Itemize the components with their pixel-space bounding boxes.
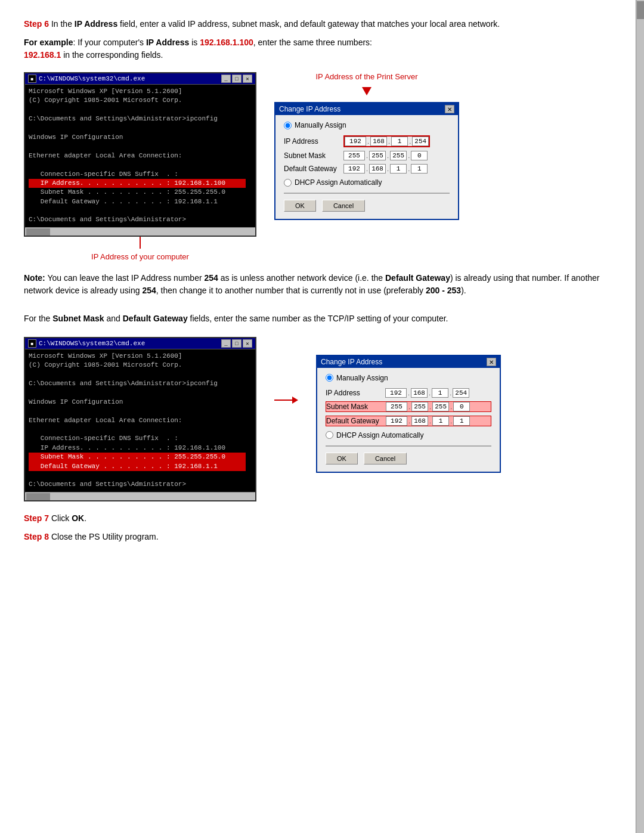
example-ip-red: 192.168.1.100	[200, 38, 253, 47]
step7-text: Click	[49, 513, 72, 523]
cmd1-minimize[interactable]: _	[221, 75, 231, 83]
dialog2: Change IP Address ✕ Manually Assign IP A…	[316, 355, 501, 473]
dialog2-gateway-row: Default Gateway . . .	[326, 416, 491, 426]
gw-field4[interactable]	[411, 164, 428, 174]
sn-field3[interactable]	[390, 151, 407, 160]
example-ip-bold: IP Address	[146, 38, 189, 47]
ip2-field3[interactable]	[432, 388, 448, 398]
ip-field1[interactable]	[345, 137, 366, 146]
cmd1-body-wrapper: Microsoft Windows XP [Version 5.1.2600] …	[25, 85, 255, 227]
sn2-field3[interactable]	[432, 402, 449, 411]
sn2-field4[interactable]	[453, 402, 470, 411]
cmd2-scrollbar[interactable]	[636, 0, 644, 833]
cmd2-hscrollbar[interactable]	[25, 492, 255, 500]
dialog2-subnet-label: Subnet Mask	[326, 402, 386, 411]
cmd2-titlebar: ■ C:\WINDOWS\system32\cmd.exe _ □ ✕	[25, 338, 255, 349]
cmd1-line8: Ethernet adapter Local Area Connection:	[29, 151, 246, 160]
cmd1-close[interactable]: ✕	[243, 75, 252, 83]
cmd2-wrapper: ■ C:\WINDOWS\system32\cmd.exe _ □ ✕ Micr…	[24, 337, 256, 501]
radio2-dhcp[interactable]	[326, 431, 333, 439]
gw-field2[interactable]	[369, 164, 386, 174]
note-text: You can leave the last IP Address number	[45, 273, 205, 283]
gw2-field1[interactable]	[386, 416, 407, 426]
ip2-field1[interactable]	[385, 388, 407, 398]
sn-field4[interactable]	[411, 151, 428, 160]
dialog2-wrapper: Change IP Address ✕ Manually Assign IP A…	[316, 355, 501, 473]
cmd2-gateway-line: Default Gateway . . . . . . . . : 192.16…	[29, 462, 246, 471]
dot8: .	[387, 165, 389, 172]
gateway-bold: Default Gateway	[123, 314, 188, 323]
gw2-field3[interactable]	[432, 416, 449, 426]
step6-text: In the	[49, 19, 75, 29]
cmd1-ip-line: IP Address. . . . . . . . . . . : 192.16…	[29, 179, 246, 188]
dialog1-title: Change IP Address	[279, 105, 340, 113]
ip-field4[interactable]	[412, 137, 429, 146]
cmd2-restore[interactable]: □	[232, 339, 242, 348]
cmd2-body: Microsoft Windows XP [Version 5.1.2600] …	[25, 349, 255, 492]
ip2-field2[interactable]	[411, 388, 428, 398]
radio-manual[interactable]	[284, 122, 292, 129]
dialog2-radio-manual: Manually Assign	[326, 374, 491, 382]
cmd2-minimize[interactable]: _	[221, 339, 231, 348]
gw2-field2[interactable]	[411, 416, 428, 426]
cmd1-hscrollbar[interactable]	[25, 227, 255, 236]
cmd2-window: ■ C:\WINDOWS\system32\cmd.exe _ □ ✕ Micr…	[24, 337, 256, 501]
sn-field2[interactable]	[369, 151, 386, 160]
dialog1: Change IP Address ✕ Manually Assign IP A…	[274, 102, 459, 220]
dot11: .	[429, 389, 431, 397]
dialog2-gateway-label: Default Gateway	[326, 417, 386, 425]
example-text4: in the corresponding fields.	[61, 50, 163, 60]
step6-text2: field, enter a valid IP address, subnet …	[117, 19, 500, 29]
cmd2-scrollbar-thumb	[637, 1, 644, 19]
cmd1-wrapper: ■ C:\WINDOWS\system32\cmd.exe _ □ ✕ Micr…	[24, 72, 256, 261]
dialog1-ok-btn[interactable]: OK	[284, 200, 316, 212]
cmd1-restore[interactable]: □	[232, 75, 242, 83]
gw-field1[interactable]	[343, 164, 365, 174]
diagram1-right: IP Address of the Print Server Change IP…	[274, 72, 459, 220]
dot18: .	[450, 417, 452, 425]
dialog1-close[interactable]: ✕	[445, 105, 454, 113]
cmd1-title-left: ■ C:\WINDOWS\system32\cmd.exe	[28, 75, 145, 83]
radio-dhcp[interactable]	[284, 179, 292, 187]
dialog1-radio-manual: Manually Assign	[284, 121, 450, 129]
ip2-field4[interactable]	[453, 388, 469, 398]
dialog1-gateway-inputs: . . .	[343, 164, 428, 174]
cmd1-line1: Microsoft Windows XP [Version 5.1.2600]	[29, 87, 246, 96]
note-boldGW: Default Gateway	[385, 273, 450, 283]
gw2-field4[interactable]	[453, 416, 470, 426]
sn2-field1[interactable]	[386, 402, 407, 411]
note-text4: , then change it to another number that …	[156, 286, 426, 295]
dialog2-ok-btn[interactable]: OK	[326, 453, 358, 465]
sn2-field2[interactable]	[411, 402, 428, 411]
dot17: .	[429, 417, 431, 425]
sn-field1[interactable]	[343, 151, 365, 160]
dialog2-close[interactable]: ✕	[487, 358, 496, 366]
cmd2-icon: ■	[28, 339, 36, 348]
dot5: .	[387, 152, 389, 159]
dialog2-cancel-btn[interactable]: Cancel	[364, 453, 407, 465]
diagram1: ■ C:\WINDOWS\system32\cmd.exe _ □ ✕ Micr…	[24, 72, 620, 261]
cmd1-body: Microsoft Windows XP [Version 5.1.2600] …	[25, 85, 255, 227]
dot15: .	[450, 403, 452, 410]
dialog1-titlebar: Change IP Address ✕	[275, 103, 458, 115]
ip-field3[interactable]	[391, 137, 408, 146]
cmd1-line4: C:\Documents and Settings\Administrator>…	[29, 114, 246, 123]
radio2-manual[interactable]	[326, 374, 333, 382]
dialog2-title: Change IP Address	[321, 358, 382, 366]
dot3: .	[409, 138, 411, 145]
example-ip-red2: 192.168.1	[24, 50, 61, 60]
ip-server-label: IP Address of the Print Server	[274, 72, 459, 81]
dot4: .	[366, 152, 368, 159]
ip-field2[interactable]	[370, 137, 387, 146]
dot13: .	[408, 403, 410, 410]
note-text2: as is unless another network device (i.e…	[218, 273, 385, 283]
dialog2-buttons: OK Cancel	[326, 450, 491, 468]
cmd2-line1: Microsoft Windows XP [Version 5.1.2600]	[29, 352, 246, 361]
cmd1-controls: _ □ ✕	[221, 75, 252, 83]
cmd2-footer2: C:\Documents and Settings\Administrator>	[29, 480, 246, 489]
cmd2-close[interactable]: ✕	[243, 339, 252, 348]
cmd2-footer	[29, 471, 246, 480]
cmd1-footer2: C:\Documents and Settings\Administrator>	[29, 215, 246, 224]
gw-field3[interactable]	[390, 164, 407, 174]
dialog1-cancel-btn[interactable]: Cancel	[322, 200, 365, 212]
